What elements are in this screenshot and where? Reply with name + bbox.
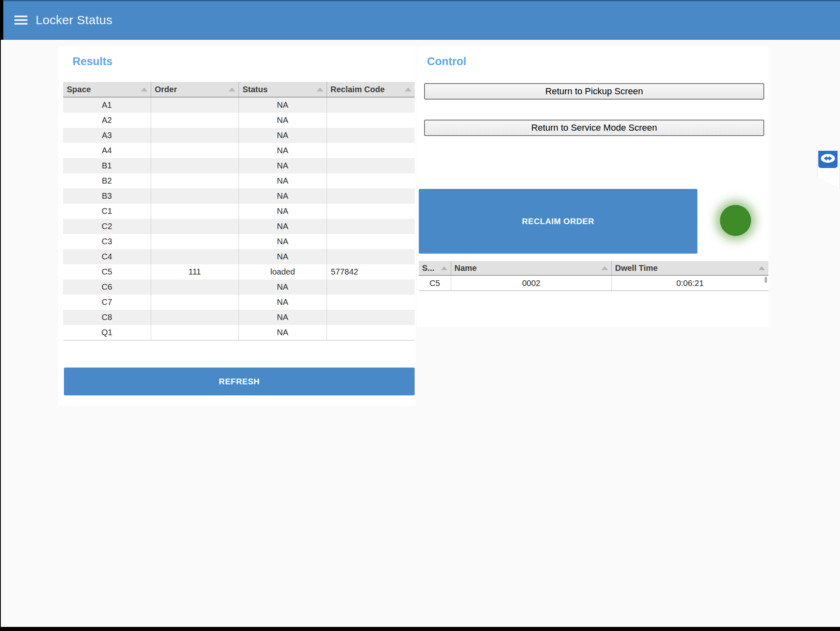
- cell-space: A3: [63, 128, 151, 143]
- cell-reclaim-code: [327, 158, 415, 173]
- cell-reclaim-code: [327, 249, 415, 264]
- sort-arrow-icon: [602, 266, 608, 270]
- menu-icon[interactable]: [14, 14, 27, 27]
- cell-space: A2: [63, 113, 151, 128]
- cell-space: A1: [63, 98, 151, 113]
- table-row[interactable]: C5 111 loaded 577842: [63, 264, 415, 279]
- menu-icon-bar: [14, 19, 27, 21]
- results-panel: Results Space Order Status Reclaim Code: [58, 46, 416, 406]
- cell-name: 0002: [451, 276, 612, 291]
- cell-order: [151, 249, 239, 264]
- table-row[interactable]: C4 NA: [63, 249, 415, 264]
- cell-space: C6: [63, 279, 151, 295]
- return-to-service-mode-button[interactable]: Return to Service Mode Screen: [424, 120, 764, 136]
- table-header-row: Space Order Status Reclaim Code: [63, 82, 415, 98]
- return-to-pickup-button[interactable]: Return to Pickup Screen: [424, 83, 764, 100]
- cell-reclaim-code: [327, 234, 415, 249]
- table-row[interactable]: A3 NA: [63, 128, 415, 143]
- column-header-space-truncated[interactable]: S...: [419, 261, 451, 275]
- table-row[interactable]: A2 NA: [63, 113, 415, 128]
- reclaim-order-button[interactable]: RECLAIM ORDER: [419, 189, 697, 254]
- cell-space: A4: [63, 143, 151, 158]
- column-header-name[interactable]: Name: [451, 261, 612, 275]
- cell-space: C5: [419, 276, 451, 291]
- cell-reclaim-code: [327, 188, 415, 204]
- column-header-label: Reclaim Code: [331, 85, 385, 94]
- column-header-reclaim-code[interactable]: Reclaim Code: [327, 82, 415, 97]
- table-row[interactable]: C1 NA: [63, 204, 415, 219]
- column-header-order[interactable]: Order: [151, 82, 239, 97]
- cell-space: B3: [63, 188, 151, 204]
- cell-reclaim-code: [327, 128, 415, 143]
- window-edge-strip: [0, 627, 840, 631]
- cell-space: C3: [63, 234, 151, 249]
- results-heading: Results: [73, 55, 113, 68]
- cell-space: C2: [63, 219, 151, 234]
- cell-dwell-time: 0:06:21: [612, 276, 768, 291]
- cell-status: NA: [239, 249, 327, 264]
- table-row[interactable]: A1 NA: [63, 98, 415, 113]
- cell-space: B1: [63, 158, 151, 173]
- table-row[interactable]: A4 NA: [63, 143, 415, 158]
- cell-status: NA: [239, 188, 327, 204]
- column-header-label: Space: [67, 85, 91, 94]
- cell-reclaim-code: [327, 219, 415, 234]
- table-row[interactable]: C2 NA: [63, 219, 415, 234]
- cell-order: [151, 143, 239, 158]
- table-row[interactable]: C8 NA: [63, 310, 415, 325]
- cell-space: C8: [63, 310, 151, 325]
- cell-reclaim-code: [327, 310, 415, 325]
- control-heading: Control: [427, 55, 466, 68]
- cell-order: [151, 204, 239, 219]
- page-title: Locker Status: [36, 13, 112, 27]
- table-row[interactable]: C3 NA: [63, 234, 415, 249]
- column-header-space[interactable]: Space: [63, 82, 151, 97]
- cell-reclaim-code: [327, 98, 415, 113]
- cell-reclaim-code: [327, 113, 415, 128]
- cell-status: NA: [239, 295, 327, 310]
- cell-reclaim-code: [327, 279, 415, 295]
- sort-arrow-icon: [441, 266, 447, 270]
- cell-reclaim-code: 577842: [327, 264, 415, 279]
- table-row[interactable]: C6 NA: [63, 279, 415, 295]
- column-header-label: Order: [155, 85, 177, 94]
- app-header: Locker Status: [3, 0, 840, 40]
- menu-icon-bar: [14, 23, 27, 25]
- menu-icon-bar: [14, 16, 27, 17]
- cell-space: C5: [63, 264, 151, 279]
- cell-space: C4: [63, 249, 151, 264]
- sort-arrow-icon: [317, 88, 323, 91]
- cell-order: [151, 234, 239, 249]
- table-row[interactable]: C7 NA: [63, 295, 415, 310]
- page-background: Locker Status Results Space Order Status: [1, 0, 840, 627]
- cell-space: C7: [63, 295, 151, 310]
- dwell-time-table: S... Name Dwell Time C5 0002 0:06:21: [419, 261, 768, 291]
- table-row[interactable]: C5 0002 0:06:21: [419, 276, 768, 291]
- table-row[interactable]: B3 NA: [63, 188, 415, 204]
- scrollbar-thumb[interactable]: [765, 277, 767, 283]
- cell-order: [151, 310, 239, 325]
- remote-access-tab[interactable]: [817, 151, 840, 192]
- remote-access-icon: [818, 149, 838, 168]
- refresh-button[interactable]: REFRESH: [64, 368, 415, 395]
- cell-order: [151, 295, 239, 310]
- cell-order: [151, 188, 239, 204]
- status-indicator-light: [720, 205, 751, 236]
- cell-reclaim-code: [327, 143, 415, 158]
- cell-status: NA: [239, 219, 327, 234]
- cell-status: loaded: [239, 264, 327, 279]
- sort-arrow-icon: [405, 88, 411, 91]
- cell-status: NA: [239, 98, 327, 113]
- table-row[interactable]: Q1 NA: [63, 325, 415, 340]
- table-header-row: S... Name Dwell Time: [419, 261, 768, 276]
- table-row[interactable]: B2 NA: [63, 173, 415, 188]
- column-header-status[interactable]: Status: [239, 82, 327, 97]
- cell-status: NA: [239, 234, 327, 249]
- column-header-label: Status: [243, 85, 268, 94]
- cell-reclaim-code: [327, 295, 415, 310]
- column-header-dwell-time[interactable]: Dwell Time: [612, 261, 768, 275]
- cell-order: [151, 113, 239, 128]
- cell-status: NA: [239, 325, 327, 340]
- table-row[interactable]: B1 NA: [63, 158, 415, 173]
- sort-arrow-icon: [229, 88, 235, 91]
